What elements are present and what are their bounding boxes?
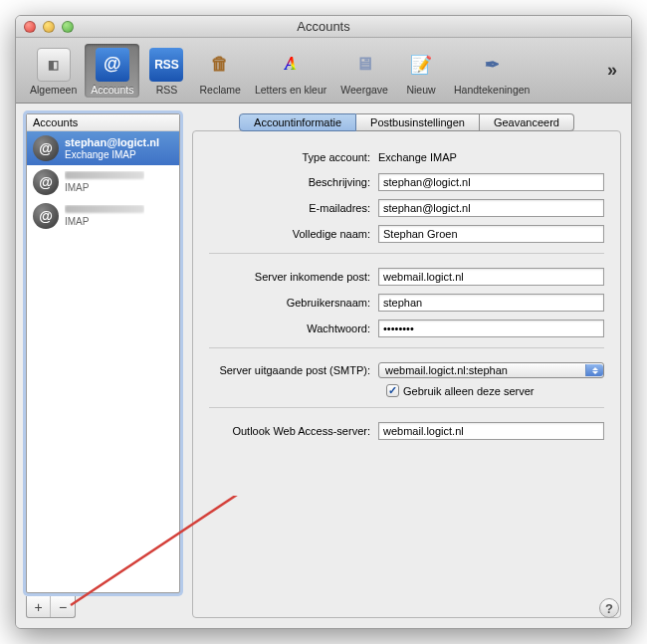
email-input[interactable] bbox=[378, 199, 604, 217]
at-icon: @ bbox=[33, 135, 59, 161]
incoming-server-label: Server inkomende post: bbox=[209, 271, 378, 283]
account-type: IMAP bbox=[65, 182, 144, 194]
account-type: Exchange IMAP bbox=[65, 149, 159, 161]
account-name-redacted bbox=[65, 205, 144, 213]
toolbar-accounts[interactable]: @ Accounts bbox=[85, 44, 139, 98]
description-input[interactable] bbox=[378, 173, 604, 191]
password-label: Wachtwoord: bbox=[209, 322, 378, 334]
username-label: Gebruikersnaam: bbox=[209, 297, 378, 309]
detail-tabs: Accountinformatie Postbusinstellingen Ge… bbox=[192, 113, 621, 131]
content-area: Accounts @ stephan@logict.nl Exchange IM… bbox=[16, 104, 631, 628]
toolbar-composing[interactable]: 📝 Nieuw bbox=[396, 44, 446, 98]
add-remove-bar: + − bbox=[26, 596, 76, 618]
viewing-icon: 🖥 bbox=[347, 48, 381, 82]
remove-account-button[interactable]: − bbox=[51, 596, 75, 617]
divider bbox=[209, 407, 604, 408]
tab-account-info[interactable]: Accountinformatie bbox=[239, 113, 356, 131]
account-name-redacted bbox=[65, 171, 144, 179]
incoming-server-input[interactable] bbox=[378, 268, 604, 286]
at-icon: @ bbox=[33, 169, 59, 195]
divider bbox=[209, 253, 604, 254]
accounts-list[interactable]: Accounts @ stephan@logict.nl Exchange IM… bbox=[26, 113, 180, 593]
account-type-label: Type account: bbox=[209, 151, 378, 163]
account-row[interactable]: @ IMAP bbox=[27, 199, 179, 233]
dropdown-handle-icon bbox=[585, 364, 603, 376]
account-name: stephan@logict.nl bbox=[65, 136, 159, 149]
account-row[interactable]: @ stephan@logict.nl Exchange IMAP bbox=[27, 131, 179, 165]
password-input[interactable] bbox=[378, 320, 604, 337]
composing-icon: 📝 bbox=[404, 48, 438, 82]
use-only-this-server-label: Gebruik alleen deze server bbox=[403, 385, 534, 397]
junk-icon: 🗑 bbox=[203, 48, 237, 82]
tab-mailbox-behaviors[interactable]: Postbusinstellingen bbox=[356, 113, 480, 131]
accounts-list-header: Accounts bbox=[27, 114, 179, 131]
rss-icon: RSS bbox=[149, 48, 183, 82]
smtp-server-value: webmail.logict.nl:stephan bbox=[385, 364, 508, 376]
preferences-window: Accounts ◧ Algemeen @ Accounts RSS RSS 🗑… bbox=[15, 15, 632, 629]
titlebar: Accounts bbox=[16, 16, 631, 38]
tab-advanced[interactable]: Geavanceerd bbox=[480, 113, 574, 131]
owa-server-input[interactable] bbox=[378, 422, 604, 440]
accounts-sidebar: Accounts @ stephan@logict.nl Exchange IM… bbox=[26, 113, 180, 618]
toolbar-fonts[interactable]: A Letters en kleur bbox=[249, 44, 332, 98]
signature-icon: ✒ bbox=[475, 48, 509, 82]
smtp-server-dropdown[interactable]: webmail.logict.nl:stephan bbox=[378, 362, 604, 378]
at-icon: @ bbox=[33, 203, 59, 229]
username-input[interactable] bbox=[378, 294, 604, 312]
account-type: IMAP bbox=[65, 216, 144, 228]
account-type-value: Exchange IMAP bbox=[378, 149, 604, 165]
description-label: Beschrijving: bbox=[209, 176, 378, 188]
help-button[interactable]: ? bbox=[599, 598, 619, 618]
fullname-label: Volledige naam: bbox=[209, 228, 378, 240]
email-label: E-mailadres: bbox=[209, 202, 378, 214]
toolbar-rss[interactable]: RSS RSS bbox=[141, 44, 191, 98]
fonts-icon: A bbox=[274, 48, 308, 82]
fullname-input[interactable] bbox=[378, 225, 604, 243]
toolbar-general[interactable]: ◧ Algemeen bbox=[24, 44, 83, 98]
toolbar: ◧ Algemeen @ Accounts RSS RSS 🗑 Reclame … bbox=[16, 38, 631, 104]
switch-icon: ◧ bbox=[37, 48, 71, 82]
toolbar-junk[interactable]: 🗑 Reclame bbox=[193, 44, 246, 98]
at-icon: @ bbox=[96, 48, 129, 82]
window-title: Accounts bbox=[16, 19, 631, 34]
toolbar-overflow[interactable]: » bbox=[607, 60, 623, 81]
add-account-button[interactable]: + bbox=[27, 596, 51, 617]
divider bbox=[209, 347, 604, 348]
account-info-form: Type account: Exchange IMAP Beschrijving… bbox=[192, 130, 621, 618]
use-only-this-server-checkbox[interactable]: ✓ bbox=[386, 384, 399, 397]
toolbar-signatures[interactable]: ✒ Handtekeningen bbox=[448, 44, 536, 98]
account-row[interactable]: @ IMAP bbox=[27, 165, 179, 199]
account-detail-panel: Accountinformatie Postbusinstellingen Ge… bbox=[192, 113, 621, 618]
smtp-label: Server uitgaande post (SMTP): bbox=[209, 364, 378, 376]
toolbar-viewing[interactable]: 🖥 Weergave bbox=[334, 44, 394, 98]
owa-label: Outlook Web Access-server: bbox=[209, 425, 378, 437]
